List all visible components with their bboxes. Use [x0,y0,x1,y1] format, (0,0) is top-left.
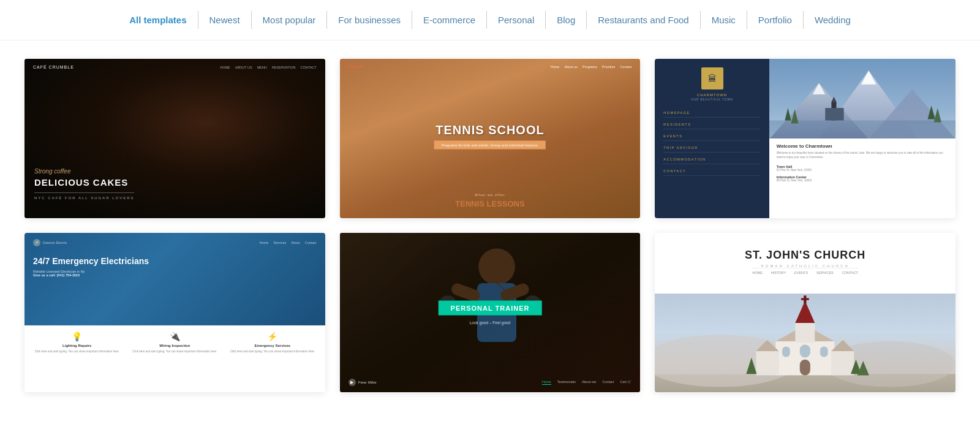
charmtown-welcome-text: Welcome to our beautiful town situated o… [777,151,948,160]
tennis-section-label: What we offer [455,193,524,197]
svg-rect-26 [756,351,779,375]
template-card-trainer[interactable]: PERSONAL TRAINER Look good – Feel good ▶… [340,233,641,392]
trainer-nav-cart: Cart 🛒 [620,380,631,385]
charmtown-menu-trip: TRIP ADVISOR [663,146,760,153]
cafe-title: DELICIOUS CAKES [34,177,134,188]
church-title: ST. JOHN'S CHURCH [745,249,865,262]
nav-item-most-popular[interactable]: Most popular [252,11,328,29]
nav-item-e-commerce[interactable]: E-commerce [412,11,487,29]
trainer-nav-about: About me [582,380,597,385]
charmtown-logo: 🏛 [701,67,723,89]
charmtown-info-center-addr: 68 Park St. New York, 10002 [777,179,948,182]
charmtown-menu-residents: RESIDENTS [663,123,760,129]
svg-rect-27 [831,351,854,375]
trainer-play-icon: ▶ [349,379,356,386]
charmtown-menu-events: EVENTS [663,134,760,141]
charmtown-tagline: OUR BEAUTIFUL TOWN [691,98,733,101]
charmtown-town-hall-addr: 52 Pine St. New York, 10002 [777,169,948,172]
nav-item-for-businesses[interactable]: For businesses [327,11,412,29]
svg-rect-9 [825,108,843,120]
tennis-logo: Racket [349,64,364,69]
svg-point-15 [478,248,515,285]
electric-logo-icon: ⚡ [33,239,40,246]
nav-item-blog[interactable]: Blog [546,11,587,29]
cafe-italic: Strong coffee [34,168,134,175]
church-nav-home: HOME [752,271,763,275]
charmtown-menu-homepage: HOMEPAGE [663,111,760,118]
church-nav-history: HISTORY [771,271,786,275]
lighting-icon: 💡 [72,332,82,341]
svg-rect-31 [796,323,815,343]
svg-rect-35 [782,346,790,357]
nav-item-wedding[interactable]: Wedding [804,11,862,29]
template-grid: CAFÉ CRUMBLE HOME ABOUT US MENU RESERVAT… [0,40,980,417]
svg-rect-37 [800,344,810,357]
tennis-banner: Programs for kids and adults. Group and … [434,141,546,150]
nav-item-restaurants-and-food[interactable]: Restaurants and Food [587,11,700,29]
electric-title: 24/7 Emergency Electricians [33,256,317,266]
template-card-cafe[interactable]: CAFÉ CRUMBLE HOME ABOUT US MENU RESERVAT… [24,59,325,218]
electric-phone: Give us a call: (541) 754-3010 [33,273,317,277]
tennis-title: TENNIS SCHOOL [370,123,611,137]
charmtown-brand: CHARMTOWN [697,93,727,97]
template-nav: All templatesNewestMost popularFor busin… [0,0,980,40]
church-nav-services: SERVICES [816,271,834,275]
electric-feature-lighting: 💡 Lighting Repairs Click here and start … [33,332,121,386]
charmtown-menu-contact: CONTACT [663,169,760,176]
charmtown-welcome-title: Welcome to Charmtown [777,143,948,149]
svg-rect-34 [801,298,809,300]
trainer-nav-contact: Contact [602,380,614,385]
electric-logo-text: Dawson Electric [43,241,67,245]
electric-feature-emergency: ⚡ Emergency Services Click here and star… [228,332,317,386]
trainer-nav-home: Home [542,380,551,385]
template-card-church[interactable]: ST. JOHN'S CHURCH ROMAN CATHOLIC CHURCH … [655,233,956,392]
church-nav-events: EVENTS [794,271,808,275]
trainer-user-name: Peter Miller [358,381,377,384]
nav-item-all-templates[interactable]: All templates [118,11,198,29]
nav-item-portfolio[interactable]: Portfolio [747,11,804,29]
nav-item-newest[interactable]: Newest [198,11,252,29]
charmtown-menu-accommodation: ACCOMMODATION [663,157,760,164]
svg-rect-36 [820,346,828,357]
wiring-icon: 🔌 [170,332,180,341]
trainer-nav-testimonials: Testimonials [557,380,576,385]
emergency-icon: ⚡ [267,332,277,341]
trainer-banner: PERSONAL TRAINER [439,301,542,316]
svg-rect-38 [800,360,810,376]
church-nav-contact: CONTACT [842,271,858,275]
electric-feature-wiring: 🔌 Wiring Inspection Click here and start… [131,332,219,386]
trainer-tagline: Look good – Feel good [370,321,611,325]
cafe-logo: CAFÉ CRUMBLE [33,65,74,69]
tennis-lesson-title: TENNIS LESSONS [455,199,524,208]
nav-item-music[interactable]: Music [701,11,747,29]
cafe-subtitle: NYC CAFÉ FOR ALL SUGAR LOVERS [34,192,134,200]
nav-item-personal[interactable]: Personal [487,11,546,29]
template-card-electricians[interactable]: ⚡ Dawson Electric Home Services About Co… [24,233,325,392]
template-card-tennis[interactable]: Racket Home About us Programs Prioritize… [340,59,641,218]
template-card-charmtown[interactable]: 🏛 CHARMTOWN OUR BEAUTIFUL TOWN HOMEPAGE … [655,59,956,218]
